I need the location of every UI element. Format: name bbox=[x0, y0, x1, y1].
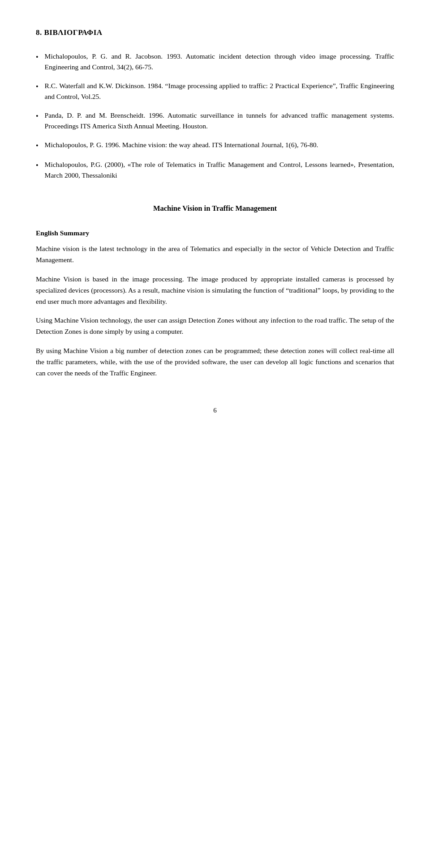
centered-title: Machine Vision in Traffic Management bbox=[36, 203, 394, 214]
summary-paragraph-4: By using Machine Vision a big number of … bbox=[36, 345, 394, 379]
bib-item-1: • Michalopoulos, P. G. and R. Jacobson. … bbox=[36, 51, 394, 72]
bullet-3: • bbox=[36, 111, 39, 122]
summary-paragraph-1: Machine vision is the latest technology … bbox=[36, 243, 394, 266]
bib-item-4: • Michalopoulos, P. G. 1996. Machine vis… bbox=[36, 140, 394, 152]
bib-item-3: • Panda, D. P. and M. Brenscheidt. 1996.… bbox=[36, 110, 394, 132]
bullet-5: • bbox=[36, 160, 39, 171]
bullet-4: • bbox=[36, 140, 39, 152]
bib-item-2: • R.C. Waterfall and K.W. Dickinson. 198… bbox=[36, 81, 394, 102]
bib-text-4: Michalopoulos, P. G. 1996. Machine visio… bbox=[45, 140, 394, 150]
summary-paragraph-2: Machine Vision is based in the image pro… bbox=[36, 274, 394, 307]
bib-text-5: Michalopoulos, P.G. (2000), «The role of… bbox=[45, 159, 394, 181]
section-heading: 8. ΒΙΒΛΙΟΓΡΑΦΙΑ bbox=[36, 27, 394, 38]
bullet-1: • bbox=[36, 52, 39, 63]
english-summary-label: English Summary bbox=[36, 228, 394, 238]
bib-text-3: Panda, D. P. and M. Brenscheidt. 1996. A… bbox=[45, 110, 394, 132]
summary-paragraph-3: Using Machine Vision technology, the use… bbox=[36, 315, 394, 337]
bibliography-list: • Michalopoulos, P. G. and R. Jacobson. … bbox=[36, 51, 394, 181]
bullet-2: • bbox=[36, 81, 39, 93]
bib-text-1: Michalopoulos, P. G. and R. Jacobson. 19… bbox=[45, 51, 394, 72]
bib-item-5: • Michalopoulos, P.G. (2000), «The role … bbox=[36, 159, 394, 181]
page-number: 6 bbox=[36, 405, 394, 416]
bib-text-2: R.C. Waterfall and K.W. Dickinson. 1984.… bbox=[45, 81, 394, 102]
